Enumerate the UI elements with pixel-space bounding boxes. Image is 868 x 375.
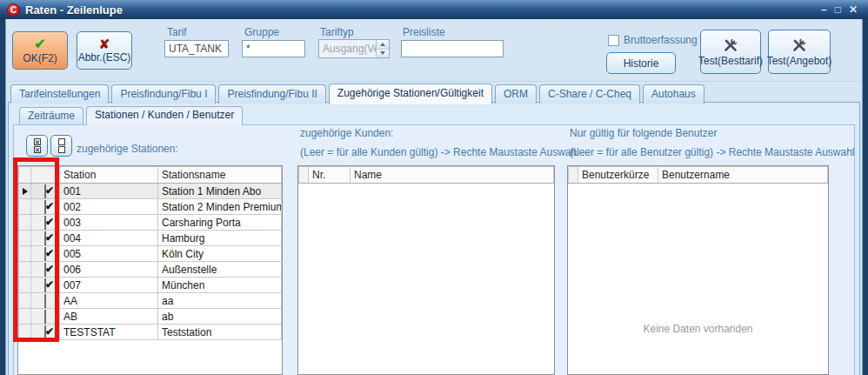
row-checkbox[interactable] <box>44 247 46 261</box>
table-row[interactable]: 004 Hamburg <box>19 231 282 246</box>
window-title: Raten - Zeilenlupe <box>25 3 123 17</box>
cell-station: 005 <box>60 246 158 262</box>
tab-orm[interactable]: ORM <box>495 84 537 104</box>
row-checkbox-cell <box>31 246 60 262</box>
checkbox-column-header[interactable] <box>31 167 60 184</box>
tab-tarifeinstellungen[interactable]: Tarifeinstellungen <box>10 84 109 104</box>
table-row[interactable]: 001 Station 1 Minden Abo <box>19 184 282 199</box>
row-checkbox[interactable] <box>44 231 46 245</box>
row-checkbox[interactable] <box>44 200 46 214</box>
tarif-input[interactable] <box>164 40 229 57</box>
check-all-button[interactable] <box>26 135 48 157</box>
preisliste-input[interactable] <box>401 40 504 57</box>
test-besttarif-button[interactable]: Test(Besttarif) <box>700 30 761 74</box>
row-checkbox-cell <box>31 325 60 340</box>
table-row[interactable]: 002 Station 2 Minden Premium <box>19 199 282 215</box>
subtab-zeitraeume[interactable]: Zeiträume <box>19 107 83 124</box>
row-selector-cell[interactable] <box>19 184 31 199</box>
table-row[interactable]: 003 Carsharing Porta <box>19 215 282 231</box>
cell-station: AB <box>60 309 158 325</box>
cell-stationsname: Station 2 Minden Premium <box>158 199 282 215</box>
stations-table[interactable]: Station Stationsname 001 Station 1 Minde… <box>17 165 283 375</box>
row-selector-cell[interactable] <box>19 215 31 231</box>
subtab-stationen-kunden-benutzer[interactable]: Stationen / Kunden / Benutzer <box>86 106 243 125</box>
kunden-table[interactable]: Nr. Name <box>297 165 555 375</box>
row-checkbox-cell <box>31 278 60 293</box>
spin-down-icon[interactable] <box>377 49 389 58</box>
benutzer-table[interactable]: Benutzerkürze Benutzername Keine Daten v… <box>567 165 829 375</box>
row-selector-cell[interactable] <box>19 278 31 293</box>
row-selector-cell[interactable] <box>19 325 31 340</box>
window-border-left <box>0 19 6 375</box>
kunden-header-row: Nr. Name <box>299 167 554 184</box>
table-row[interactable]: TESTSTAT Teststation <box>19 325 282 340</box>
tab-c-share[interactable]: C-Share / C-Cheq <box>539 84 640 104</box>
row-selector-cell[interactable] <box>19 262 31 278</box>
row-checkbox[interactable] <box>44 216 46 230</box>
spin-up-icon[interactable] <box>377 40 389 49</box>
preisliste-label: Preisliste <box>403 26 445 38</box>
tab-zugehoerige-stationen[interactable]: Zugehörige Stationen/Gültigkeit <box>329 84 492 104</box>
column-header-stationsname[interactable]: Stationsname <box>158 167 282 184</box>
maximize-icon[interactable]: □ <box>835 4 841 15</box>
window-border-right <box>862 19 868 375</box>
tariftyp-spinner[interactable]: Ausgang(Ver <box>318 39 390 58</box>
column-header-benutzerkuerze[interactable]: Benutzerkürze <box>578 167 658 184</box>
test-angebot-button[interactable]: Test(Angebot) <box>768 30 831 74</box>
row-selector-cell[interactable] <box>19 309 31 325</box>
kunden-panel-hint: (Leer = für alle Kunden gültig) -> Recht… <box>300 146 579 158</box>
cancel-button[interactable]: ✘ Abbr.(ESC) <box>77 31 132 70</box>
cell-station: 004 <box>60 231 158 246</box>
column-header-nr[interactable]: Nr. <box>309 167 351 184</box>
minimize-icon[interactable]: – <box>821 4 827 15</box>
tarif-label: Tarif <box>167 26 187 38</box>
historie-button-label: Historie <box>624 57 659 70</box>
row-checkbox[interactable] <box>44 325 46 339</box>
checked-box-icon <box>34 138 41 145</box>
row-selector-cell[interactable] <box>19 293 31 309</box>
bruttoerfassung-checkbox[interactable] <box>608 35 619 46</box>
gruppe-label: Gruppe <box>244 26 279 38</box>
table-row[interactable]: 007 München <box>19 278 282 293</box>
gruppe-input[interactable] <box>242 40 305 57</box>
row-selector-cell[interactable] <box>19 199 31 215</box>
cell-station: 007 <box>60 278 158 293</box>
tab-preisfindung-fibu-2[interactable]: Preisfindung/Fibu II <box>218 84 325 104</box>
stations-panel-label: zugehörige Stationen: <box>77 143 178 155</box>
tools-icon <box>722 37 739 54</box>
check-icon: ✔ <box>34 37 45 51</box>
uncheck-all-button[interactable] <box>50 135 72 157</box>
cell-stationsname: München <box>158 278 282 293</box>
checked-box-icon <box>34 146 41 153</box>
cell-stationsname: Außenstelle <box>158 262 282 278</box>
sub-tabstrip: Zeiträume Stationen / Kunden / Benutzer <box>19 106 243 124</box>
table-row[interactable]: AA aa <box>19 293 282 309</box>
column-header-station[interactable]: Station <box>60 167 158 184</box>
ok-button[interactable]: ✔ OK(F2) <box>12 31 68 70</box>
table-row[interactable]: AB ab <box>19 309 282 325</box>
table-row[interactable]: 006 Außenstelle <box>19 262 282 278</box>
stations-header-row: Station Stationsname <box>19 167 282 184</box>
column-header-benutzername[interactable]: Benutzername <box>658 167 828 184</box>
row-checkbox[interactable] <box>44 263 46 277</box>
column-header-name[interactable]: Name <box>351 167 554 184</box>
row-checkbox-cell <box>31 231 60 246</box>
kunden-panel-title: zugehörige Kunden: <box>300 127 393 139</box>
historie-button[interactable]: Historie <box>606 52 676 74</box>
row-checkbox[interactable] <box>44 184 46 198</box>
ok-button-label: OK(F2) <box>23 52 57 64</box>
tariftyp-spin-buttons <box>376 40 389 57</box>
row-checkbox[interactable] <box>44 310 46 324</box>
row-checkbox-cell <box>31 184 60 199</box>
row-checkbox[interactable] <box>44 278 46 292</box>
cell-stationsname: Teststation <box>158 325 282 340</box>
tab-preisfindung-fibu-1[interactable]: Preisfindung/Fibu I <box>111 84 216 104</box>
benutzer-panel-title: Nur gültig für folgende Benutzer <box>570 127 717 139</box>
table-row[interactable]: 005 Köln City <box>19 246 282 262</box>
row-selector-cell[interactable] <box>19 246 31 262</box>
row-selector-cell[interactable] <box>19 231 31 246</box>
row-checkbox[interactable] <box>44 294 46 308</box>
close-icon[interactable]: ✕ <box>849 4 858 15</box>
toolbar-divider <box>6 81 862 82</box>
tab-autohaus[interactable]: Autohaus <box>643 84 704 104</box>
